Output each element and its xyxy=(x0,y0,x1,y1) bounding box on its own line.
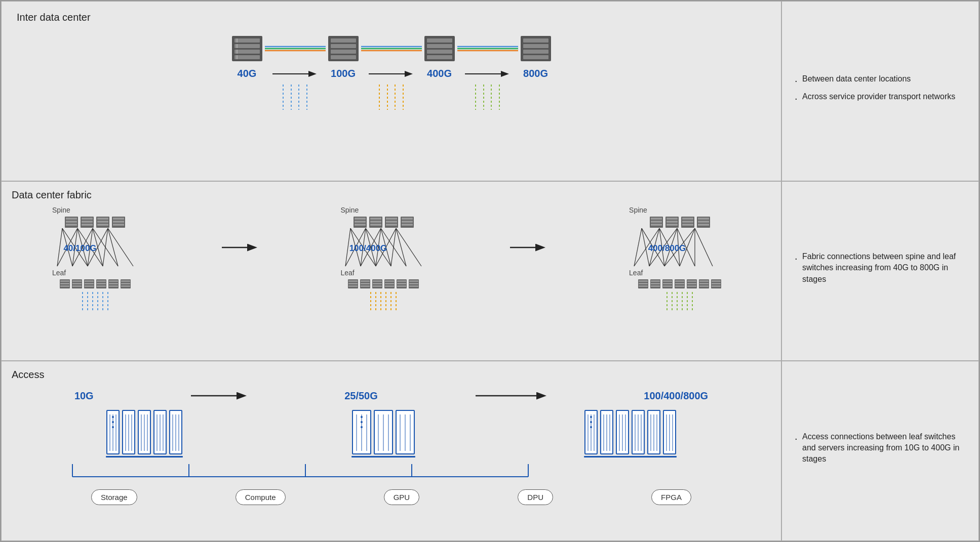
svg-point-285 xyxy=(590,421,592,423)
svg-rect-146 xyxy=(348,285,358,287)
svg-rect-29 xyxy=(523,38,548,43)
svg-rect-23 xyxy=(427,50,452,54)
spine-switch-1c xyxy=(96,216,110,228)
leaf-sw-2d xyxy=(384,279,395,289)
inter-dc-section: Inter data center xyxy=(1,1,781,181)
bottom-bus xyxy=(32,462,751,487)
arrow-2 xyxy=(366,69,417,79)
fiber-3 xyxy=(457,44,518,54)
storage-pill: Storage xyxy=(91,489,137,505)
fabric-arr-svg-1 xyxy=(219,241,260,254)
svg-rect-81 xyxy=(60,280,69,282)
svg-rect-126 xyxy=(402,224,413,226)
leaf-sw-1a xyxy=(59,279,70,289)
leaf-sw-3b xyxy=(650,279,661,289)
svg-rect-3 xyxy=(234,50,260,54)
leaf-sw-2e xyxy=(396,279,407,289)
svg-line-77 xyxy=(108,228,118,266)
svg-line-204 xyxy=(695,228,713,266)
spine-sw-3c xyxy=(681,216,695,228)
svg-rect-62 xyxy=(113,221,124,223)
fabric-cluster-3: Spine xyxy=(629,206,730,312)
svg-rect-184 xyxy=(682,221,693,223)
access-section: Access 10G 25/50G 100/400/800G xyxy=(1,361,781,541)
svg-rect-83 xyxy=(60,285,69,287)
rack-1b xyxy=(122,409,136,455)
access-arrow-2 xyxy=(473,390,549,402)
dash-v-1c xyxy=(297,85,301,110)
svg-rect-61 xyxy=(113,218,124,220)
svg-rect-32 xyxy=(523,55,548,59)
fabric-section: Data center fabric Spine xyxy=(1,181,781,361)
fpga-pill: FPGA xyxy=(651,489,691,505)
svg-line-141 xyxy=(396,228,421,266)
access-speed-25g: 25/50G xyxy=(344,390,378,402)
svg-rect-55 xyxy=(82,224,93,226)
svg-rect-102 xyxy=(121,283,130,284)
svg-rect-181 xyxy=(667,224,678,226)
spine-switches-2 xyxy=(353,216,414,228)
svg-rect-164 xyxy=(409,280,418,282)
svg-rect-231 xyxy=(712,280,721,282)
fiber-2 xyxy=(361,44,422,54)
spine-sw-3d xyxy=(696,216,711,228)
rack-2a xyxy=(351,409,372,455)
leaf-sw-2b xyxy=(360,279,371,289)
fabric-note-1: Fabric connections between spine and lea… xyxy=(795,251,966,285)
svg-rect-114 xyxy=(355,224,366,226)
dash-v-3b xyxy=(482,85,486,110)
leaf-sw-3g xyxy=(711,279,722,289)
svg-rect-4 xyxy=(234,55,260,59)
svg-rect-22 xyxy=(427,44,452,48)
svg-rect-232 xyxy=(712,283,721,284)
access-notes: Access connections between leaf switches… xyxy=(781,361,979,541)
svg-rect-152 xyxy=(373,280,382,282)
dpu-pill: DPU xyxy=(518,489,553,505)
rack-3b xyxy=(600,409,614,455)
spine-label-3: Spine xyxy=(629,206,647,214)
spine-label-1: Spine xyxy=(52,206,70,214)
rack-2c xyxy=(395,409,415,455)
component-pills-row: Storage Compute GPU DPU FPGA xyxy=(12,487,771,505)
svg-rect-97 xyxy=(109,280,118,282)
spine-sw-3a xyxy=(649,216,663,228)
leaf-sw-1d xyxy=(96,279,107,289)
svg-rect-87 xyxy=(72,285,82,287)
svg-rect-103 xyxy=(121,285,130,287)
svg-rect-16 xyxy=(331,55,356,59)
rack-3c xyxy=(615,409,630,455)
leaf-sw-2f xyxy=(408,279,419,289)
svg-rect-1 xyxy=(234,38,260,43)
svg-point-248 xyxy=(112,426,114,428)
dash-v-2c xyxy=(393,85,397,110)
svg-rect-82 xyxy=(60,283,69,284)
compute-pill: Compute xyxy=(236,489,286,505)
svg-rect-118 xyxy=(370,224,381,226)
server-group-3 xyxy=(584,409,677,457)
access-title: Access xyxy=(12,369,771,381)
access-speed-10g: 10G xyxy=(74,390,94,402)
speed-800g: 800G xyxy=(518,68,554,79)
svg-text:100/400G: 100/400G xyxy=(349,243,387,253)
svg-rect-161 xyxy=(397,283,406,284)
leaf-switches-1 xyxy=(59,279,131,289)
svg-rect-99 xyxy=(109,285,118,287)
rack-3e xyxy=(647,409,661,455)
svg-rect-211 xyxy=(651,280,660,282)
arrow-1 xyxy=(270,69,321,79)
access-speed-100g: 100/400/800G xyxy=(644,390,708,402)
rack-baseline-3 xyxy=(584,456,677,457)
svg-point-269 xyxy=(361,416,363,418)
svg-rect-95 xyxy=(97,285,106,287)
rack-baseline-2 xyxy=(351,456,415,457)
svg-rect-227 xyxy=(699,280,709,282)
spine-sw-2b xyxy=(369,216,383,228)
leaf-sw-1b xyxy=(71,279,83,289)
arrow-3 xyxy=(462,69,513,79)
svg-rect-91 xyxy=(85,285,94,287)
dc-server-3 xyxy=(422,33,457,64)
spine-sw-2a xyxy=(353,216,367,228)
access-note-1: Access connections between leaf switches… xyxy=(795,431,966,465)
dash-v-3d xyxy=(497,85,501,110)
svg-rect-30 xyxy=(523,44,548,48)
